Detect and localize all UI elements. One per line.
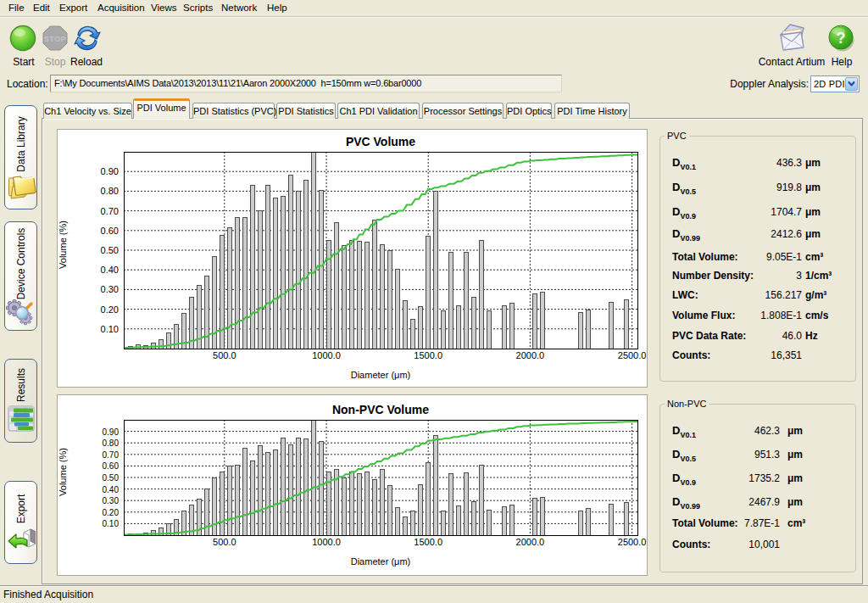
svg-text:2000.0: 2000.0 [516, 350, 545, 360]
svg-text:0.90: 0.90 [101, 166, 119, 176]
svg-text:500.0: 500.0 [213, 537, 236, 547]
svg-text:?: ? [837, 30, 846, 47]
svg-text:0.70: 0.70 [103, 450, 120, 460]
svg-text:1000.0: 1000.0 [312, 537, 341, 547]
svg-text:500.0: 500.0 [213, 350, 236, 360]
svg-text:0.90: 0.90 [103, 427, 120, 437]
svg-text:0.60: 0.60 [101, 226, 119, 236]
svg-text:0.40: 0.40 [101, 265, 119, 275]
svg-text:STOP: STOP [44, 35, 66, 43]
svg-text:Volume (%): Volume (%) [58, 448, 68, 496]
svg-text:0.20: 0.20 [101, 304, 119, 315]
svg-text:1000.0: 1000.0 [312, 350, 341, 360]
svg-text:0.10: 0.10 [103, 519, 120, 528]
svg-text:Diameter (μm): Diameter (μm) [351, 556, 411, 567]
svg-text:0.40: 0.40 [103, 485, 120, 494]
svg-text:0.10: 0.10 [101, 324, 119, 334]
svg-text:1500.0: 1500.0 [414, 537, 442, 547]
svg-text:0.80: 0.80 [103, 438, 120, 448]
svg-text:Volume (%): Volume (%) [58, 221, 68, 269]
svg-text:2500.0: 2500.0 [618, 350, 647, 360]
svg-text:2000.0: 2000.0 [516, 537, 545, 547]
svg-text:Diameter (μm): Diameter (μm) [351, 370, 411, 380]
svg-text:0.80: 0.80 [101, 186, 119, 196]
svg-text:0.70: 0.70 [101, 206, 119, 216]
svg-text:0.30: 0.30 [101, 284, 119, 294]
svg-text:0.60: 0.60 [103, 461, 120, 471]
svg-text:0.50: 0.50 [101, 245, 119, 255]
svg-text:1500.0: 1500.0 [414, 350, 442, 360]
svg-text:PVC Volume: PVC Volume [346, 135, 415, 148]
svg-text:0.50: 0.50 [103, 473, 120, 483]
svg-text:0.20: 0.20 [103, 508, 120, 517]
svg-text:Non-PVC Volume: Non-PVC Volume [332, 403, 429, 416]
svg-text:0.30: 0.30 [103, 496, 120, 505]
svg-text:2500.0: 2500.0 [618, 537, 647, 547]
